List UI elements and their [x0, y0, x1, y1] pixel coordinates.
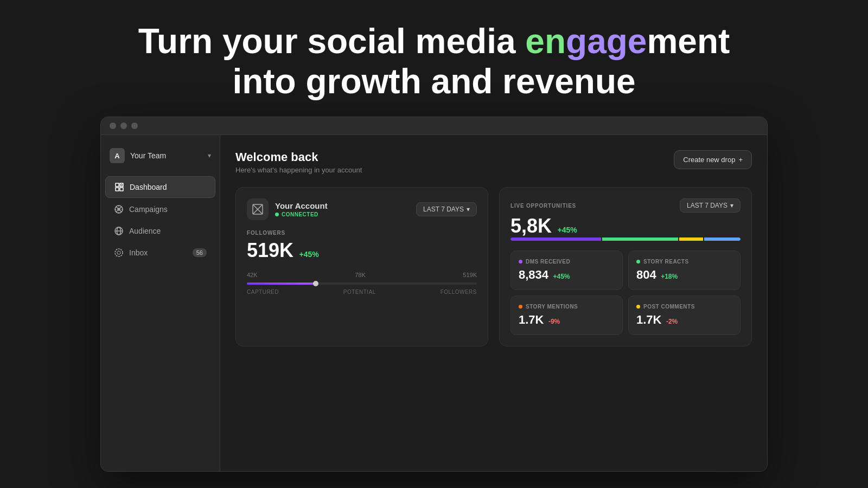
metric-card-post-comments: POST COMMENTS 1.7K -2%: [628, 296, 741, 335]
segment-green: [602, 237, 678, 241]
metric-label-dms: DMS RECEIVED: [519, 259, 615, 265]
metric-value-story-mentions: 1.7K: [519, 313, 544, 326]
account-name-block: Your Account CONNECTED: [275, 201, 328, 217]
titlebar-dot-green: [131, 123, 138, 129]
account-status: CONNECTED: [275, 211, 328, 217]
followers-axis-label: FOLLOWERS: [441, 289, 477, 295]
opps-change: +45%: [558, 226, 577, 234]
titlebar-dot-red: [110, 123, 116, 129]
hero-section: Turn your social media engagement into g…: [0, 0, 868, 117]
followers-count: 519K: [247, 239, 293, 261]
metric-label-story-mentions: STORY MENTIONS: [519, 304, 615, 310]
team-selector[interactable]: A Your Team ▾: [101, 144, 220, 168]
followers-value-row: 519K +45%: [247, 239, 477, 262]
progress-section: 42K 78K 519K CAPTURED POTENTIAL FOLLOWER…: [247, 272, 477, 295]
metric-value-row-post-comments: 1.7K -2%: [636, 313, 732, 327]
progress-thumb: [313, 281, 318, 286]
team-name: Your Team: [130, 151, 202, 160]
segment-yellow: [679, 237, 704, 241]
sidebar-item-campaigns[interactable]: Campaigns: [105, 199, 215, 220]
metric-dot-post-comments: [636, 305, 640, 309]
progress-track[interactable]: [247, 282, 477, 285]
account-name: Your Account: [275, 201, 328, 210]
metric-card-dms: DMS RECEIVED 8,834 +45%: [510, 251, 623, 290]
svg-point-3: [117, 251, 120, 254]
metric-label-story-reacts: STORY REACTS: [636, 259, 732, 265]
followers-section: FOLLOWERS 519K +45%: [247, 230, 477, 262]
inbox-badge: 56: [193, 248, 207, 257]
account-period-chevron: ▾: [467, 206, 470, 213]
title-bar: [101, 117, 767, 135]
progress-labels: 42K 78K 519K: [247, 272, 477, 278]
progress-max-label: 519K: [463, 272, 477, 278]
sidebar-item-dashboard[interactable]: Dashboard: [105, 176, 215, 198]
page-subtitle: Here's what's happening in your account: [235, 166, 362, 174]
app-window: A Your Team ▾ Dashboard: [100, 117, 768, 472]
create-new-drop-button[interactable]: Create new drop +: [674, 150, 752, 169]
account-card: Your Account CONNECTED LAST 7 DAYS ▾: [235, 187, 488, 346]
account-period-label: LAST 7 DAYS: [423, 206, 464, 213]
hero-highlight-purple: gage: [566, 22, 647, 61]
account-logo: [247, 198, 269, 220]
progress-fill: [247, 282, 316, 285]
metric-change-dms: +45%: [553, 273, 570, 280]
sidebar-label-inbox: Inbox: [129, 248, 148, 257]
segment-bar: [510, 237, 741, 241]
metric-value-row-story-reacts: 804 +18%: [636, 268, 732, 282]
main-content: Welcome back Here's what's happening in …: [220, 135, 767, 471]
metric-value-post-comments: 1.7K: [636, 313, 661, 326]
segment-blue: [704, 237, 741, 241]
app-body: A Your Team ▾ Dashboard: [101, 135, 767, 471]
sidebar-item-inbox[interactable]: Inbox 56: [105, 242, 215, 263]
metric-change-story-mentions: -9%: [548, 318, 560, 325]
welcome-block: Welcome back Here's what's happening in …: [235, 150, 362, 174]
team-chevron-icon: ▾: [208, 152, 211, 159]
progress-mid-label: 78K: [355, 272, 366, 278]
dashboard-icon: [114, 182, 124, 192]
page-title: Welcome back: [235, 150, 362, 164]
opportunities-card: LIVE OPPORTUNITIES LAST 7 DAYS ▾ 5,8K +4…: [499, 187, 752, 346]
opps-period-button[interactable]: LAST 7 DAYS ▾: [680, 198, 741, 213]
segment-purple: [510, 237, 601, 241]
sidebar-item-audience[interactable]: Audience: [105, 221, 215, 241]
status-label: CONNECTED: [282, 211, 318, 217]
metric-value-row-story-mentions: 1.7K -9%: [519, 313, 615, 327]
svg-point-2: [115, 249, 123, 256]
sidebar-label-campaigns: Campaigns: [129, 205, 168, 214]
hero-highlight-green: en: [525, 22, 566, 61]
titlebar-dot-yellow: [120, 123, 127, 129]
create-btn-label: Create new drop: [683, 156, 735, 164]
opps-label: LIVE OPPORTUNITIES: [510, 203, 576, 209]
opps-period-chevron: ▾: [730, 202, 733, 209]
metric-card-story-reacts: STORY REACTS 804 +18%: [628, 251, 741, 290]
progress-axis-labels: CAPTURED POTENTIAL FOLLOWERS: [247, 289, 477, 295]
campaigns-icon: [114, 204, 124, 214]
sidebar: A Your Team ▾ Dashboard: [101, 135, 220, 471]
opps-value-row: 5,8K +45%: [510, 215, 741, 237]
metric-change-post-comments: -2%: [666, 318, 678, 325]
status-dot: [275, 213, 279, 216]
account-card-header: Your Account CONNECTED LAST 7 DAYS ▾: [247, 198, 477, 220]
metric-label-post-comments: POST COMMENTS: [636, 304, 732, 310]
sidebar-label-dashboard: Dashboard: [130, 183, 167, 191]
progress-min-label: 42K: [247, 272, 258, 278]
metric-card-story-mentions: STORY MENTIONS 1.7K -9%: [510, 296, 623, 335]
account-info: Your Account CONNECTED: [247, 198, 328, 220]
account-period-button[interactable]: LAST 7 DAYS ▾: [416, 202, 477, 216]
potential-label: POTENTIAL: [343, 289, 376, 295]
metrics-grid: DMS RECEIVED 8,834 +45% STORY REACT: [510, 251, 741, 335]
metric-dot-story-mentions: [519, 305, 522, 309]
audience-icon: [114, 226, 124, 236]
create-btn-plus-icon: +: [738, 156, 743, 164]
metric-dot-story-reacts: [636, 260, 640, 264]
metric-value-row-dms: 8,834 +45%: [519, 268, 615, 282]
hero-headline: Turn your social media engagement into g…: [0, 22, 868, 101]
captured-label: CAPTURED: [247, 289, 279, 295]
metric-value-dms: 8,834: [519, 268, 548, 281]
cards-row: Your Account CONNECTED LAST 7 DAYS ▾: [235, 187, 752, 346]
metric-dot-dms: [519, 260, 522, 264]
followers-change: +45%: [299, 250, 319, 259]
opps-period-label: LAST 7 DAYS: [687, 202, 727, 209]
team-avatar: A: [110, 148, 125, 163]
inbox-icon: [114, 248, 124, 258]
